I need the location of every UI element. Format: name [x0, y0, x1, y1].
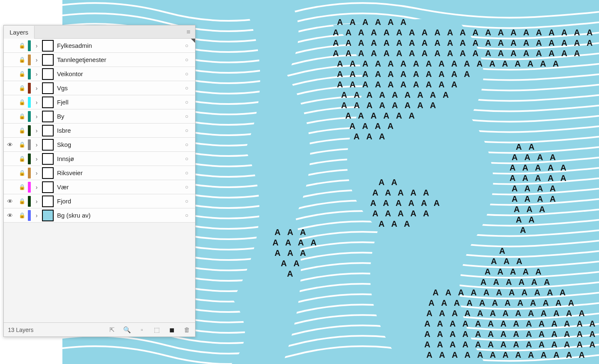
- layer-name[interactable]: Vgs: [57, 84, 178, 92]
- expand-toggle[interactable]: ›: [32, 127, 41, 134]
- layer-name[interactable]: Skog: [57, 141, 178, 148]
- lock-icon[interactable]: 🔒: [16, 85, 28, 91]
- layer-row[interactable]: 🔒›Riksveier○: [4, 166, 195, 180]
- lock-icon[interactable]: 🔒: [16, 99, 28, 105]
- target-icon[interactable]: ○: [178, 127, 195, 134]
- layers-tab[interactable]: Layers: [4, 26, 35, 39]
- svg-text:A A A A A A A A A A A A A A A : A A A A A A A A A A A A A A A A A A A A: [333, 49, 582, 58]
- layer-row[interactable]: 👁🔒›Bg (skru av)○: [4, 208, 195, 223]
- layer-name[interactable]: Vær: [57, 183, 178, 191]
- layer-row[interactable]: 🔒›Innsjø○: [4, 152, 195, 166]
- expand-toggle[interactable]: ›: [32, 198, 41, 205]
- clip-mask-icon[interactable]: ⬚: [153, 326, 161, 334]
- lock-icon[interactable]: 🔒: [16, 156, 28, 162]
- svg-text:A A A A A A A A A A A: A A A A A A A A A A A: [433, 288, 568, 297]
- expand-toggle[interactable]: ›: [32, 141, 41, 148]
- svg-text:A A A A A A A A A A A: A A A A A A A A A A A: [337, 69, 473, 79]
- layer-row[interactable]: 🔒›Vær○: [4, 180, 195, 194]
- target-icon[interactable]: ○: [178, 212, 195, 218]
- layer-thumbnail[interactable]: [42, 82, 54, 94]
- lock-icon[interactable]: 🔒: [16, 212, 28, 218]
- new-layer-icon[interactable]: ◼: [168, 326, 176, 334]
- target-icon[interactable]: ○: [178, 99, 195, 105]
- svg-text:A A A A A A A A A A A A A A: A A A A A A A A A A A A A A: [424, 340, 598, 349]
- target-icon[interactable]: ○: [178, 184, 195, 190]
- svg-text:A A A A A: A A A A A: [510, 163, 569, 172]
- expand-toggle[interactable]: ›: [32, 57, 41, 63]
- target-icon[interactable]: ○: [178, 156, 195, 162]
- expand-toggle[interactable]: ›: [32, 99, 41, 106]
- layer-name[interactable]: By: [57, 113, 178, 120]
- layer-name[interactable]: Riksveier: [57, 169, 178, 176]
- layer-name[interactable]: Isbre: [57, 127, 178, 134]
- layer-row[interactable]: 🔒›Tannlegetjenester○: [4, 53, 195, 67]
- visibility-toggle[interactable]: 👁: [4, 198, 16, 205]
- target-icon[interactable]: ○: [178, 198, 195, 204]
- layer-thumbnail[interactable]: [42, 40, 54, 52]
- layer-name[interactable]: Bg (skru av): [57, 212, 178, 219]
- expand-toggle[interactable]: ›: [32, 184, 41, 191]
- layer-thumbnail[interactable]: [42, 196, 54, 207]
- layer-thumbnail[interactable]: [42, 153, 54, 165]
- layer-thumbnail[interactable]: [42, 210, 54, 221]
- layer-thumbnail[interactable]: [42, 97, 54, 108]
- target-icon[interactable]: ○: [178, 170, 195, 176]
- layer-thumbnail[interactable]: [42, 54, 54, 66]
- lock-icon[interactable]: 🔒: [16, 184, 28, 190]
- layer-row[interactable]: 🔒›Isbre○: [4, 124, 195, 138]
- expand-toggle[interactable]: ›: [32, 85, 41, 92]
- expand-toggle[interactable]: ›: [32, 156, 41, 162]
- panel-menu-icon[interactable]: ≡: [182, 25, 195, 38]
- locate-icon[interactable]: 🔍: [123, 326, 131, 334]
- expand-toggle[interactable]: ›: [32, 113, 41, 120]
- expand-toggle[interactable]: ›: [32, 170, 41, 176]
- new-sublayer-icon[interactable]: ▫: [138, 326, 146, 333]
- lock-icon[interactable]: 🔒: [16, 42, 28, 49]
- expand-toggle[interactable]: ›: [32, 42, 41, 49]
- lock-icon[interactable]: 🔒: [16, 71, 28, 77]
- lock-icon[interactable]: 🔒: [16, 57, 28, 63]
- lock-icon[interactable]: 🔒: [16, 141, 28, 148]
- layer-row[interactable]: 🔒›Vgs○: [4, 81, 195, 95]
- layer-color-strip: [28, 97, 31, 108]
- expand-toggle[interactable]: ›: [32, 71, 41, 77]
- layer-row[interactable]: 🔒›By○: [4, 109, 195, 124]
- layer-row[interactable]: 👁🔒›Fjord○: [4, 194, 195, 208]
- layer-name[interactable]: Fjell: [57, 99, 178, 106]
- layer-row[interactable]: 🔒›Fjell○: [4, 95, 195, 109]
- target-icon[interactable]: ○: [178, 42, 195, 49]
- layer-name[interactable]: Veikontor: [57, 70, 178, 77]
- target-icon[interactable]: ○: [178, 57, 195, 63]
- layer-name[interactable]: Fylkesadmin: [57, 42, 178, 49]
- layer-name[interactable]: Tannlegetjenester: [57, 56, 178, 63]
- expand-toggle[interactable]: ›: [32, 212, 41, 219]
- svg-text:A A A A A A A A A A A A A A: A A A A A A A A A A A A A A: [424, 319, 598, 328]
- layer-thumbnail[interactable]: [42, 68, 54, 80]
- lock-icon[interactable]: 🔒: [16, 170, 28, 176]
- layer-name[interactable]: Fjord: [57, 198, 178, 205]
- export-icon[interactable]: ⇱: [108, 326, 116, 334]
- layer-thumbnail[interactable]: [42, 181, 54, 193]
- layer-name[interactable]: Innsjø: [57, 155, 178, 162]
- lock-icon[interactable]: 🔒: [16, 113, 28, 119]
- svg-text:A A A: A A A: [275, 228, 308, 237]
- visibility-toggle[interactable]: 👁: [4, 141, 16, 148]
- layer-list[interactable]: 🔒›Fylkesadmin○🔒›Tannlegetjenester○🔒›Veik…: [4, 39, 195, 322]
- layer-thumbnail[interactable]: [42, 139, 54, 151]
- layer-thumbnail[interactable]: [42, 111, 54, 122]
- layer-thumbnail[interactable]: [42, 125, 54, 136]
- target-icon[interactable]: ○: [178, 71, 195, 77]
- layer-row[interactable]: 👁🔒›Skog○: [4, 138, 195, 152]
- svg-text:A A A: A A A: [491, 257, 525, 266]
- target-icon[interactable]: ○: [178, 113, 195, 119]
- layer-row[interactable]: 🔒›Veikontor○: [4, 67, 195, 81]
- lock-icon[interactable]: 🔒: [16, 198, 28, 204]
- visibility-toggle[interactable]: 👁: [4, 212, 16, 219]
- delete-layer-icon[interactable]: 🗑: [183, 326, 191, 333]
- lock-icon[interactable]: 🔒: [16, 127, 28, 134]
- target-icon[interactable]: ○: [178, 85, 195, 91]
- layer-row[interactable]: 🔒›Fylkesadmin○: [4, 39, 195, 53]
- target-icon[interactable]: ○: [178, 141, 195, 148]
- layer-thumbnail[interactable]: [42, 167, 54, 179]
- svg-text:A A: A A: [516, 215, 537, 224]
